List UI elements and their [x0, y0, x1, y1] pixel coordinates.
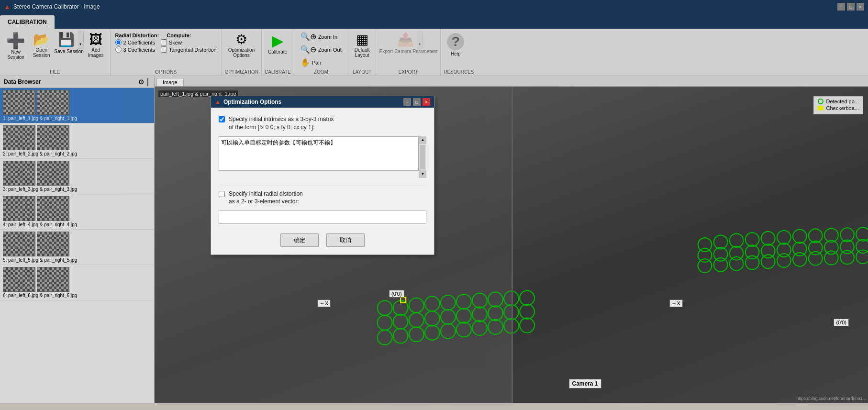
radial-distortion-label-row: Radial Distortion: Compute: [115, 33, 217, 38]
thumb-right [37, 125, 69, 150]
optimization-options-button[interactable]: ⚙ Optimization Options [225, 31, 258, 60]
pan-button[interactable]: ✋ Pan [297, 56, 345, 68]
add-images-button[interactable]: 🖼 Add Images [85, 31, 107, 60]
legend-checker-circle [818, 106, 823, 111]
thumb-checkerboard-9 [3, 232, 35, 256]
modal-checkbox-2[interactable] [219, 191, 225, 197]
new-session-button[interactable]: ➕ New Session [3, 31, 29, 62]
axis-x-left-label: ←X [317, 299, 331, 307]
default-layout-button[interactable]: ▦ Default Layout [351, 31, 373, 60]
modal-option-1-line2: of the form [fx 0 0; s fy 0; cx cy 1]: [229, 124, 314, 131]
sidebar-item[interactable]: 6: pair_left_6.jpg & pair_right_6.jpg [0, 265, 154, 300]
legend-checkerboard-item: Checkerboa... [818, 105, 859, 111]
zoom-controls: 🔍⊕ Zoom In 🔍⊖ Zoom Out ✋ Pan [297, 31, 345, 68]
item-images [3, 125, 151, 150]
modal-minimize-button[interactable]: − [403, 98, 411, 106]
save-session-icon: 💾 [58, 33, 75, 46]
export-group-content: 📤 ▾ Export Camera Parameters [379, 31, 437, 68]
help-icon: ? [447, 33, 464, 50]
modal-intrinsics-textarea[interactable] [219, 136, 419, 171]
coeff-2-row[interactable]: 2 Coefficients Skew [115, 39, 217, 45]
sidebar-filter-icon[interactable]: ⊙ [138, 78, 144, 86]
modal-checkbox-1[interactable] [219, 116, 225, 122]
sidebar-header-icons: ⊙ │ [138, 78, 150, 86]
ribbon-group-file: ➕ New Session 📂 Open Session 💾 ▾ Save Se… [0, 29, 111, 76]
file-group-content: ➕ New Session 📂 Open Session 💾 ▾ Save Se… [3, 31, 107, 68]
sidebar-collapse-icon[interactable]: │ [146, 78, 150, 86]
zoom-group-content: 🔍⊕ Zoom In 🔍⊖ Zoom Out ✋ Pan [297, 31, 345, 68]
zoom-out-button[interactable]: 🔍⊖ Zoom Out [297, 44, 345, 55]
optimization-group-content: ⚙ Optimization Options [225, 31, 258, 68]
sidebar-title: Data Browser [4, 78, 41, 85]
scroll-thumb[interactable] [420, 145, 425, 169]
thumb-checkerboard-6 [37, 161, 69, 185]
save-session-label: Save Session [55, 49, 84, 54]
item-label: 1: pair_left_1.jpg & pair_right_1.jpg [3, 116, 151, 121]
sidebar-item[interactable]: 3: pair_left_3.jpg & pair_right_3.jpg [0, 159, 154, 194]
thumb-checkerboard-10 [37, 232, 69, 256]
open-session-button[interactable]: 📂 Open Session [30, 31, 54, 60]
thumb-checkerboard-5 [3, 161, 35, 185]
coeff-3-radio[interactable] [115, 46, 122, 53]
content-tabs: Image [155, 76, 868, 87]
sidebar-scroll[interactable]: 1: pair_left_1.jpg & pair_right_1.jpg 2:… [0, 88, 154, 403]
sidebar-item[interactable]: 4: pair_left_4.jpg & pair_right_4.jpg [0, 194, 154, 230]
thumb-right [37, 161, 69, 186]
watermark: https://blog.csdn.net/loonhardoha1... [796, 396, 866, 401]
zoom-in-button[interactable]: 🔍⊕ Zoom In [297, 31, 345, 43]
optimization-options-modal[interactable]: ▲ Optimization Options − □ × Specify ini… [211, 96, 434, 255]
coeff-2-radio[interactable] [115, 39, 122, 45]
camera-1-label: Camera 1 [569, 379, 601, 388]
save-session-button[interactable]: 💾 [55, 31, 78, 49]
sidebar-item[interactable]: 5: pair_left_5.jpg & pair_right_5.jpg [0, 230, 154, 265]
maximize-button[interactable]: □ [847, 3, 855, 11]
modal-radial-input[interactable] [219, 211, 426, 224]
save-session-dropdown[interactable]: ▾ [78, 31, 84, 49]
thumb-checkerboard-8 [37, 197, 69, 221]
scroll-up-arrow[interactable]: ▲ [419, 136, 426, 144]
modal-cancel-button[interactable]: 取消 [326, 233, 365, 247]
coeff-3-row[interactable]: 3 Coefficients Tangential Distortion [115, 46, 217, 53]
sidebar-item[interactable]: 1: pair_left_1.jpg & pair_right_1.jpg [0, 88, 154, 123]
tab-calibration[interactable]: CALIBRATION [0, 15, 55, 29]
export-dropdown[interactable]: ▾ [417, 31, 423, 49]
calibrate-button[interactable]: ▶ Calibrate [265, 31, 290, 57]
modal-ok-button[interactable]: 确定 [280, 233, 319, 247]
modal-restore-button[interactable]: □ [413, 98, 421, 106]
modal-close-button[interactable]: × [423, 98, 430, 106]
ribbon-group-resources: ? Help RESOURCES [441, 29, 477, 76]
calibrate-group-content: ▶ Calibrate [265, 31, 291, 68]
app-title: Stereo Camera Calibrator - Image [13, 3, 837, 10]
skew-checkbox[interactable] [161, 39, 167, 45]
modal-option-1-text: Specify initial intrinsics as a 3-by-3 m… [229, 115, 334, 132]
modal-titlebar: ▲ Optimization Options − □ × [211, 96, 434, 108]
thumb-checkerboard-1 [3, 90, 35, 114]
modal-buttons: 确定 取消 [219, 232, 426, 247]
layout-group-label: LAYOUT [351, 68, 373, 75]
scroll-down-arrow[interactable]: ▼ [419, 170, 426, 178]
minimize-button[interactable]: − [837, 3, 845, 11]
legend-checkerboard-label: Checkerboa... [826, 105, 859, 111]
calibrate-group-label: CALIBRATE [265, 68, 291, 75]
pan-label: Pan [312, 60, 322, 66]
help-button[interactable]: ? Help [444, 31, 467, 59]
sidebar-item[interactable]: 2: pair_left_2.jpg & pair_right_2.jpg [0, 123, 154, 159]
skew-label: Skew [169, 40, 182, 45]
ribbon-group-calibrate: ▶ Calibrate CALIBRATE [262, 29, 294, 76]
tab-image[interactable]: Image [156, 78, 184, 86]
ribbon-group-export: 📤 ▾ Export Camera Parameters EXPORT [376, 29, 441, 76]
app-icon: ▲ [4, 3, 11, 11]
export-params-button[interactable]: 📤 [394, 31, 417, 49]
item-label: 3: pair_left_3.jpg & pair_right_3.jpg [3, 187, 151, 192]
item-images [3, 267, 151, 292]
zoom-group-label: ZOOM [297, 68, 345, 75]
export-icon: 📤 [397, 33, 414, 46]
item-images [3, 161, 151, 186]
layout-icon: ▦ [356, 33, 368, 46]
tangential-label: Tangential Distortion [169, 47, 217, 53]
window-controls: − □ × [837, 3, 864, 11]
tangential-checkbox[interactable] [161, 46, 167, 53]
modal-textarea-scrollbar[interactable]: ▲ ▼ [419, 136, 426, 178]
close-button[interactable]: × [857, 3, 864, 11]
modal-option-2-line2: as a 2- or 3-element vector: [229, 198, 299, 205]
